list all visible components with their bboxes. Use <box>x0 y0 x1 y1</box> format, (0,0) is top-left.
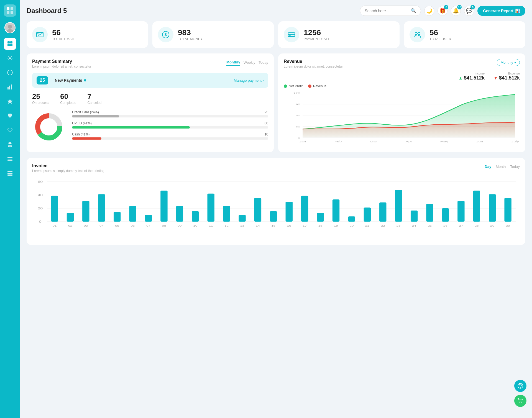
avatar[interactable] <box>4 22 16 33</box>
invoice-x-label: 03 <box>84 224 88 227</box>
upi-value: 60 <box>265 121 268 125</box>
invoice-x-label: 19 <box>334 224 338 227</box>
dark-mode-toggle[interactable]: 🌙 <box>424 6 434 16</box>
app-logo[interactable] <box>4 4 16 17</box>
manage-payment-link[interactable]: Manage payment › <box>234 78 264 83</box>
invoice-bar[interactable] <box>317 213 324 222</box>
invoice-bar[interactable] <box>67 213 74 222</box>
invoice-bar[interactable] <box>286 202 293 222</box>
invoice-bar[interactable] <box>223 206 230 222</box>
sidebar-item-printer[interactable] <box>4 139 16 151</box>
svg-rect-0 <box>7 7 9 10</box>
invoice-bar[interactable] <box>332 199 339 222</box>
invoice-bar[interactable] <box>395 190 402 222</box>
progress-item-upi: UPI ID (41%) 60 <box>72 121 268 129</box>
invoice-bar[interactable] <box>270 211 277 222</box>
sidebar-item-star[interactable] <box>4 95 16 107</box>
content-row: Payment Summary Lorem ipsum dolor sit am… <box>27 53 525 152</box>
income-amount: $41,512k <box>464 75 485 81</box>
messages-button[interactable]: 💬 5 <box>464 6 474 16</box>
svg-text:May: May <box>440 140 449 143</box>
sidebar-item-heart[interactable] <box>4 110 16 122</box>
invoice-bar[interactable] <box>129 206 136 222</box>
chat-badge: 5 <box>470 5 475 9</box>
invoice-bar[interactable] <box>504 198 511 222</box>
tab-today-invoice[interactable]: Today <box>510 163 520 170</box>
invoice-bar[interactable] <box>254 198 261 222</box>
completed-label: Completed <box>60 101 76 105</box>
invoice-bar[interactable] <box>176 206 183 222</box>
invoice-bar[interactable] <box>426 204 433 222</box>
cc-value: 25 <box>265 110 268 114</box>
invoice-subtitle: Lorem Ipsum is simply dummy text of the … <box>32 169 104 173</box>
payment-content: Credit Card (24%) 25 UPI ID (41%) 60 <box>32 110 268 143</box>
svg-rect-1 <box>11 7 13 10</box>
tab-monthly[interactable]: Monthly <box>226 59 240 66</box>
invoice-x-label: 13 <box>240 224 244 227</box>
svg-text:60: 60 <box>38 180 43 183</box>
sidebar-item-info[interactable]: i <box>4 66 16 79</box>
cart-fab[interactable] <box>514 395 526 407</box>
on-process-stat: 25 On process <box>32 92 49 105</box>
invoice-bar[interactable] <box>160 191 167 222</box>
svg-rect-14 <box>9 86 10 89</box>
generate-report-button[interactable]: Generate Report 📊 <box>477 6 525 16</box>
tab-month[interactable]: Month <box>496 163 506 170</box>
gifts-button[interactable]: 🎁 2 <box>438 6 447 16</box>
payment-tab-group: Monthly Weekly Today <box>226 59 268 66</box>
tab-today[interactable]: Today <box>259 59 268 66</box>
svg-text:Apr: Apr <box>406 140 412 143</box>
sidebar-item-heart2[interactable] <box>4 124 16 136</box>
expense-label: Expense <box>493 72 520 75</box>
support-fab[interactable] <box>514 380 526 392</box>
gifts-badge: 2 <box>444 5 448 9</box>
invoice-bar[interactable] <box>473 191 480 222</box>
sidebar-item-chart[interactable] <box>4 81 16 93</box>
canceled-number: 7 <box>87 92 101 101</box>
invoice-bar[interactable] <box>348 216 355 222</box>
invoice-bar[interactable] <box>98 194 105 222</box>
invoice-bar[interactable] <box>301 196 308 222</box>
stat-number-payment: 1256 <box>304 28 330 37</box>
invoice-x-label: 04 <box>99 224 104 227</box>
sidebar-item-settings[interactable] <box>4 52 16 64</box>
invoice-bar[interactable] <box>489 194 496 222</box>
revenue-chart: 120 90 60 30 0 <box>284 90 520 147</box>
svg-point-4 <box>8 25 12 29</box>
invoice-bar[interactable] <box>411 211 418 222</box>
header-actions: 🔍 🌙 🎁 2 🔔 12 💬 5 Generate Report 📊 <box>360 6 525 16</box>
invoice-bar[interactable] <box>442 208 449 222</box>
notifications-button[interactable]: 🔔 12 <box>451 6 461 16</box>
revenue-monthly-select[interactable]: Monthly ▾ <box>497 59 520 66</box>
search-box[interactable]: 🔍 <box>360 6 421 16</box>
invoice-x-label: 16 <box>287 224 291 227</box>
invoice-bar[interactable] <box>379 202 386 222</box>
sidebar-item-dashboard[interactable] <box>4 38 16 50</box>
invoice-bar[interactable] <box>457 201 464 222</box>
sidebar-item-menu[interactable] <box>4 153 16 165</box>
svg-text:0: 0 <box>298 136 300 139</box>
invoice-bar[interactable] <box>82 201 89 222</box>
sidebar: i <box>0 0 20 418</box>
revenue-card: Revenue Lorem ipsum dolor sit amet, cons… <box>278 53 525 152</box>
invoice-bar[interactable] <box>192 211 199 222</box>
cc-bar <box>72 115 119 117</box>
invoice-x-label: 06 <box>131 224 135 227</box>
svg-text:$: $ <box>165 32 167 37</box>
stat-card-payment: 1256 PAYMENT SALE <box>278 21 400 48</box>
sidebar-item-list[interactable] <box>4 167 16 179</box>
tab-day[interactable]: Day <box>485 163 491 170</box>
invoice-bar[interactable] <box>364 207 371 222</box>
expense-item: Expense ▼ $41,512k <box>493 72 520 81</box>
invoice-bar[interactable] <box>239 215 245 222</box>
invoice-bar[interactable] <box>51 196 58 222</box>
user-icon <box>410 27 425 42</box>
tab-weekly[interactable]: Weekly <box>244 59 255 66</box>
search-input[interactable] <box>365 9 408 13</box>
invoice-bar[interactable] <box>207 194 214 222</box>
invoice-bar[interactable] <box>114 212 121 222</box>
donut-chart <box>32 110 65 143</box>
invoice-bar[interactable] <box>145 215 152 222</box>
svg-rect-3 <box>11 11 13 14</box>
invoice-titles: Invoice Lorem Ipsum is simply dummy text… <box>32 163 104 173</box>
